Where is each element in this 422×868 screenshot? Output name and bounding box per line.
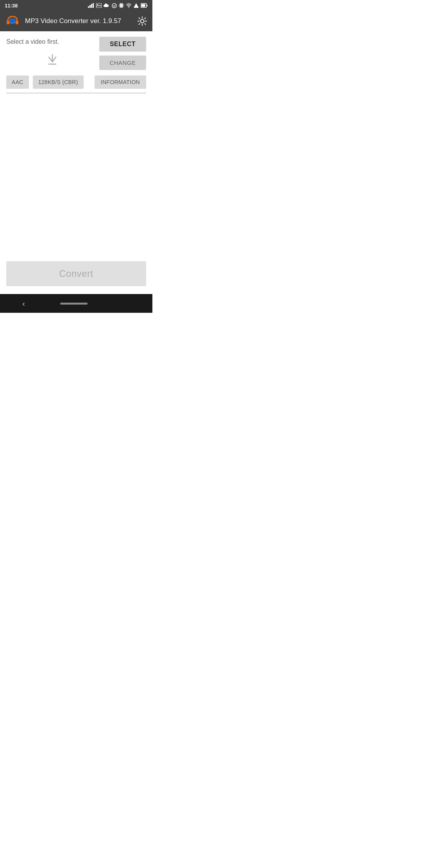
empty-area	[6, 93, 146, 262]
convert-button[interactable]: Convert	[13, 268, 139, 279]
app-title: MP3 Video Converter ver. 1.9.57	[25, 17, 121, 25]
svg-rect-0	[88, 6, 89, 8]
bars-icon	[88, 3, 94, 8]
app-header: MP3 Video Converter ver. 1.9.57	[0, 11, 152, 31]
svg-marker-12	[134, 3, 139, 8]
svg-rect-4	[96, 3, 102, 8]
svg-rect-2	[91, 4, 92, 8]
svg-point-6	[112, 4, 116, 8]
svg-rect-1	[89, 5, 91, 8]
settings-icon[interactable]	[137, 16, 148, 27]
back-button[interactable]: ‹	[13, 296, 34, 311]
svg-point-11	[129, 7, 129, 8]
svg-rect-17	[16, 21, 18, 24]
header-left: MP3 Video Converter ver. 1.9.57	[5, 13, 121, 29]
main-content: Select a video first. SELECT CHANGE AAC …	[0, 31, 152, 294]
home-indicator[interactable]	[60, 303, 88, 305]
select-prompt: Select a video first.	[6, 38, 59, 45]
options-row: AAC 128KB/S (CBR) INFORMATION	[6, 75, 146, 89]
status-bar: 11:38	[0, 0, 152, 11]
information-button[interactable]: INFORMATION	[95, 75, 146, 89]
svg-rect-14	[147, 5, 148, 6]
status-time: 11:38	[5, 3, 18, 9]
svg-point-20	[141, 20, 144, 23]
status-icons	[88, 3, 148, 8]
download-arrow-icon	[45, 53, 59, 67]
cloud-icon	[104, 3, 110, 8]
svg-rect-8	[120, 4, 122, 7]
signal-icon	[134, 3, 139, 8]
svg-rect-15	[141, 4, 145, 7]
left-area: Select a video first.	[6, 37, 59, 67]
nav-bar: ‹	[0, 294, 152, 313]
aac-button[interactable]: AAC	[6, 75, 29, 89]
select-button[interactable]: SELECT	[99, 37, 146, 52]
convert-bar[interactable]: Convert	[6, 261, 146, 286]
bitrate-button[interactable]: 128KB/S (CBR)	[33, 75, 84, 89]
svg-rect-3	[93, 3, 94, 8]
svg-rect-19	[10, 19, 15, 23]
top-section: Select a video first. SELECT CHANGE	[6, 37, 146, 70]
svg-rect-16	[7, 21, 9, 24]
app-icon	[5, 13, 20, 29]
right-buttons: SELECT CHANGE	[99, 37, 146, 70]
change-button[interactable]: CHANGE	[99, 56, 146, 70]
battery-icon	[141, 3, 148, 8]
record-icon	[112, 3, 117, 8]
wifi-icon	[126, 3, 132, 8]
vibrate-icon	[119, 3, 124, 8]
photo-icon	[96, 3, 102, 8]
